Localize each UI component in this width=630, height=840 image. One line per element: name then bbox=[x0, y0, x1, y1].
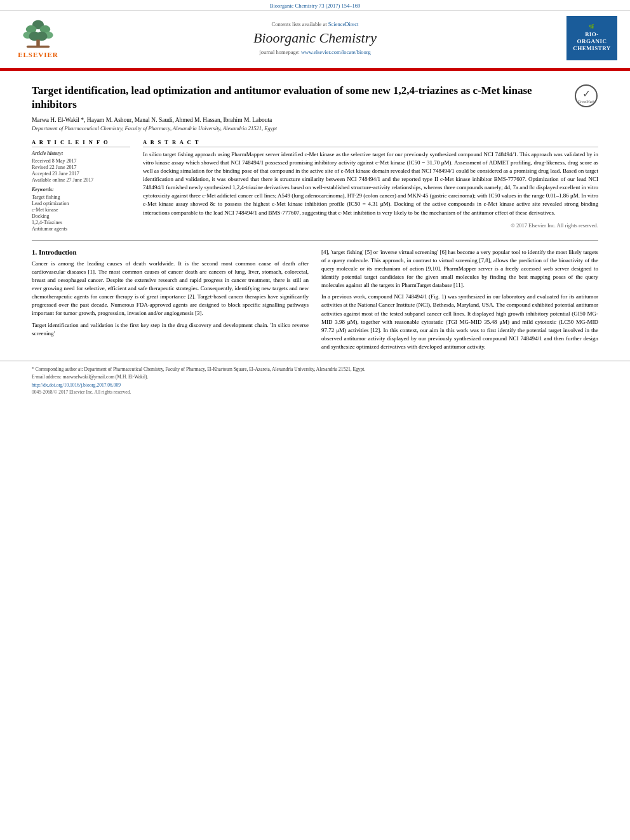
abstract-copyright: © 2017 Elsevier Inc. All rights reserved… bbox=[143, 222, 598, 229]
keyword-4: Docking bbox=[32, 213, 130, 219]
abstract-col: A B S T R A C T In silico target fishing… bbox=[143, 139, 598, 232]
article-title-row: Target identification, lead optimization… bbox=[32, 84, 598, 112]
crossmark-badge: ✓ CrossMark bbox=[574, 84, 598, 108]
intro-left-col: 1. Introduction Cancer is among the lead… bbox=[32, 248, 309, 354]
article-info-heading: A R T I C L E I N F O bbox=[32, 139, 130, 147]
keyword-5: 1,2,4-Triazines bbox=[32, 220, 130, 225]
journal-name: Bioorganic Chemistry bbox=[64, 30, 566, 46]
revised-line: Revised 22 June 2017 bbox=[32, 164, 130, 170]
keyword-3: c-Met kinase bbox=[32, 207, 130, 213]
abstract-heading: A B S T R A C T bbox=[143, 139, 598, 147]
intro-right-para-1: [4], 'target fishing' [5] or 'inverse vi… bbox=[321, 248, 598, 290]
page-wrapper: Bioorganic Chemistry 73 (2017) 154–169 E bbox=[0, 0, 630, 397]
journal-top-bar: Bioorganic Chemistry 73 (2017) 154–169 bbox=[0, 0, 630, 11]
intro-body-left: Cancer is among the leading causes of de… bbox=[32, 260, 309, 337]
intro-right-col: [4], 'target fishing' [5] or 'inverse vi… bbox=[321, 248, 598, 354]
corresponding-author-note: * Corresponding author at: Department of… bbox=[32, 366, 598, 373]
introduction-section: 1. Introduction Cancer is among the lead… bbox=[0, 248, 630, 354]
red-divider bbox=[0, 69, 630, 71]
elsevier-tree-icon bbox=[19, 18, 57, 50]
abstract-text: In silico target fishing approach using … bbox=[143, 150, 598, 217]
homepage-line: journal homepage: www.elsevier.com/locat… bbox=[64, 49, 566, 55]
bio-organic-label2: CHEMISTRY bbox=[573, 45, 611, 52]
intro-heading: 1. Introduction bbox=[32, 248, 309, 256]
footnote-area: * Corresponding author at: Department of… bbox=[0, 361, 630, 397]
affiliation-line: Department of Pharmaceutical Chemistry, … bbox=[32, 125, 598, 131]
bio-organic-logo: 🌿 BIO-ORGANIC CHEMISTRY bbox=[566, 16, 617, 60]
homepage-url[interactable]: www.elsevier.com/locate/bioorg bbox=[301, 49, 371, 55]
journal-title-center: Contents lists available at ScienceDirec… bbox=[64, 21, 566, 55]
svg-point-6 bbox=[36, 32, 47, 41]
intro-para-2: Target identification and validation is … bbox=[32, 321, 309, 338]
intro-body-right: [4], 'target fishing' [5] or 'inverse vi… bbox=[321, 248, 598, 351]
svg-rect-8 bbox=[27, 46, 50, 48]
sciencedirect-link[interactable]: ScienceDirect bbox=[328, 21, 359, 27]
intro-para-1: Cancer is among the leading causes of de… bbox=[32, 260, 309, 317]
elsevier-logo: ELSEVIER bbox=[13, 18, 64, 58]
bio-organic-label1: BIO-ORGANIC bbox=[570, 31, 613, 45]
keywords-label: Keywords: bbox=[32, 187, 130, 192]
keyword-1: Target fishing bbox=[32, 194, 130, 200]
journal-logo-row: ELSEVIER Contents lists available at Sci… bbox=[0, 11, 630, 65]
doi-line[interactable]: http://dx.doi.org/10.1016/j.bioorg.2017.… bbox=[32, 382, 598, 388]
footer-copyright: 0045-2068/© 2017 Elsevier Inc. All right… bbox=[32, 389, 598, 395]
article-main-title: Target identification, lead optimization… bbox=[32, 84, 561, 112]
journal-header: Bioorganic Chemistry 73 (2017) 154–169 E bbox=[0, 0, 630, 69]
accepted-line: Accepted 23 June 2017 bbox=[32, 171, 130, 177]
contents-line: Contents lists available at ScienceDirec… bbox=[64, 21, 566, 27]
journal-citation: Bioorganic Chemistry 73 (2017) 154–169 bbox=[270, 3, 360, 9]
article-info-abstract-row: A R T I C L E I N F O Article history: R… bbox=[0, 139, 630, 232]
email-note: E-mail address: marwaelwakil@ymail.com (… bbox=[32, 374, 598, 381]
keyword-2: Lead optimization bbox=[32, 201, 130, 206]
crossmark-icon: ✓ CrossMark bbox=[575, 84, 598, 107]
authors-line: Marwa H. El-Wakil *, Hayam M. Ashour, Ma… bbox=[32, 117, 598, 123]
article-info-col: A R T I C L E I N F O Article history: R… bbox=[32, 139, 130, 232]
article-history-label: Article history: bbox=[32, 150, 130, 156]
article-title-section: Target identification, lead optimization… bbox=[0, 77, 630, 131]
elsevier-brand-text: ELSEVIER bbox=[18, 51, 58, 58]
keyword-6: Antitumor agents bbox=[32, 226, 130, 232]
received-line: Received 8 May 2017 bbox=[32, 158, 130, 164]
section-divider bbox=[32, 240, 598, 241]
intro-right-para-2: In a previous work, compound NCI 748494/… bbox=[321, 293, 598, 350]
available-line: Available online 27 June 2017 bbox=[32, 177, 130, 183]
